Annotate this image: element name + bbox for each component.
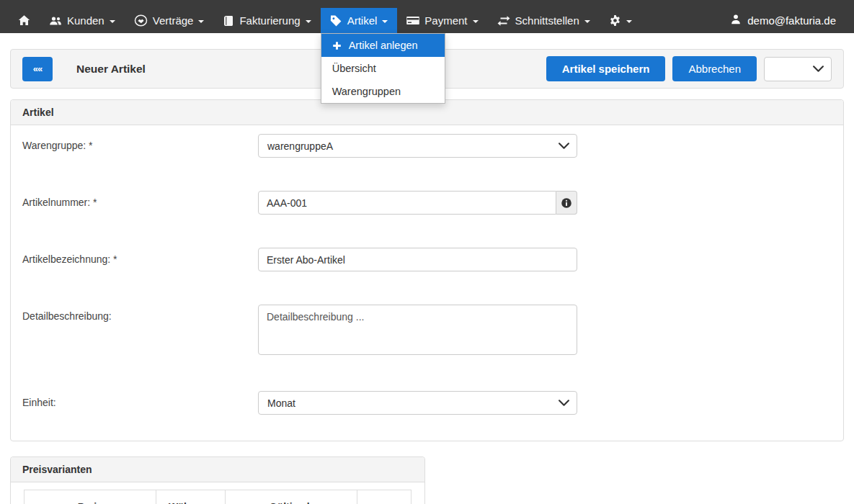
back-button[interactable]: ««: [22, 57, 53, 81]
main-navbar: Kunden Verträge Fakturierung Artike: [0, 0, 854, 33]
form-row-artikelbezeichnung: Artikelbezeichnung: *: [22, 248, 832, 271]
header-select[interactable]: [764, 57, 832, 81]
chevron-down-icon: [813, 66, 824, 72]
menu-item-label: Übersicht: [332, 63, 376, 74]
artikelbezeichnung-label: Artikelbezeichnung: *: [22, 248, 258, 271]
artikel-panel-title: Artikel: [11, 100, 843, 125]
nav-schnittstellen[interactable]: Schnittstellen: [488, 8, 600, 33]
caret-down-icon: [198, 20, 204, 23]
caret-down-icon: [473, 20, 479, 23]
tag-icon: [330, 14, 342, 27]
home-icon: [18, 14, 30, 27]
save-article-button[interactable]: Artikel speichern: [546, 56, 666, 81]
nav-vertraege-label: Verträge: [153, 14, 194, 27]
artikelnummer-input[interactable]: [258, 191, 556, 215]
users-icon: [49, 15, 62, 27]
nav-artikel-label: Artikel: [347, 14, 378, 27]
artikelnummer-label: Artikelnummer: *: [22, 191, 258, 215]
menu-item-warengruppen[interactable]: Warengruppen: [321, 80, 445, 103]
column-header-gueltig-ab: Gültig ab: [226, 490, 357, 504]
nav-kunden-label: Kunden: [67, 14, 104, 27]
preisvarianten-panel-body: Preis Währung Gültig ab: [11, 482, 424, 504]
artikel-panel-body: Warengruppe: * warengruppeA Artikelnumme…: [11, 125, 843, 441]
column-header-actions: [357, 490, 411, 504]
handshake-icon: [134, 14, 148, 27]
menu-item-label: Artikel anlegen: [349, 40, 418, 51]
einheit-select-value: Monat: [267, 397, 554, 409]
caret-down-icon: [584, 20, 590, 23]
preisvarianten-panel-title: Preisvarianten: [11, 457, 424, 482]
book-icon: [223, 15, 234, 27]
nav-fakturierung[interactable]: Fakturierung: [213, 8, 320, 33]
gear-icon: [609, 14, 621, 27]
plus-icon: [332, 41, 342, 50]
warengruppe-select-value: warengruppeA: [267, 140, 554, 152]
artikelbezeichnung-input[interactable]: [258, 248, 577, 271]
artikel-panel: Artikel Warengruppe: * warengruppeA Arti…: [10, 99, 844, 441]
einheit-select[interactable]: Monat: [258, 391, 577, 415]
caret-down-icon: [382, 20, 388, 23]
caret-down-icon: [626, 20, 632, 23]
nav-settings[interactable]: [600, 8, 641, 33]
warengruppe-select[interactable]: warengruppeA: [258, 134, 577, 158]
menu-item-label: Warengruppen: [332, 86, 401, 97]
table-header-row: Preis Währung Gültig ab: [25, 490, 412, 504]
nav-payment[interactable]: Payment: [397, 8, 487, 33]
menu-item-uebersicht[interactable]: Übersicht: [321, 57, 445, 80]
detailbeschreibung-textarea[interactable]: [258, 305, 577, 355]
page-content: «« Neuer Artikel Artikel speichern Abbre…: [0, 49, 854, 504]
user-email: demo@fakturia.de: [747, 14, 836, 27]
nav-payment-label: Payment: [424, 14, 467, 27]
form-row-artikelnummer: Artikelnummer: *: [22, 191, 832, 215]
credit-card-icon: [406, 15, 419, 26]
nav-account[interactable]: demo@fakturia.de: [721, 8, 854, 33]
caret-down-icon: [306, 20, 311, 23]
form-row-einheit: Einheit: Monat: [22, 391, 832, 415]
preisvarianten-panel: Preisvarianten Preis Währung Gültig ab: [10, 456, 425, 504]
column-header-preis: Preis: [25, 490, 156, 504]
nav-fakturierung-label: Fakturierung: [239, 14, 300, 27]
nav-home[interactable]: [9, 8, 40, 33]
page-title: Neuer Artikel: [76, 63, 146, 76]
caret-down-icon: [110, 20, 115, 23]
form-row-detailbeschreibung: Detailbeschreibung:: [22, 305, 832, 358]
cancel-button[interactable]: Abbrechen: [672, 56, 757, 81]
header-actions: Artikel speichern Abbrechen: [546, 56, 832, 81]
nav-artikel[interactable]: Artikel Artikel anlegen Übersicht Wareng…: [321, 8, 398, 33]
nav-vertraege[interactable]: Verträge: [125, 8, 214, 33]
nav-kunden[interactable]: Kunden: [40, 8, 125, 33]
user-icon: [730, 14, 742, 27]
artikelnummer-info-addon[interactable]: [556, 191, 577, 215]
artikel-dropdown-menu: Artikel anlegen Übersicht Warengruppen: [321, 33, 445, 104]
detailbeschreibung-label: Detailbeschreibung:: [22, 305, 258, 358]
form-row-warengruppe: Warengruppe: * warengruppeA: [22, 134, 832, 158]
info-icon: [561, 197, 572, 209]
chevron-down-icon: [559, 400, 569, 406]
price-variants-table: Preis Währung Gültig ab: [24, 490, 412, 504]
einheit-label: Einheit:: [22, 391, 258, 415]
warengruppe-label: Warengruppe: *: [22, 134, 258, 158]
chevron-down-icon: [559, 143, 569, 149]
column-header-waehrung: Währung: [156, 490, 226, 504]
nav-schnittstellen-label: Schnittstellen: [515, 14, 579, 27]
exchange-arrows-icon: [497, 15, 510, 27]
menu-item-artikel-anlegen[interactable]: Artikel anlegen: [321, 34, 445, 57]
